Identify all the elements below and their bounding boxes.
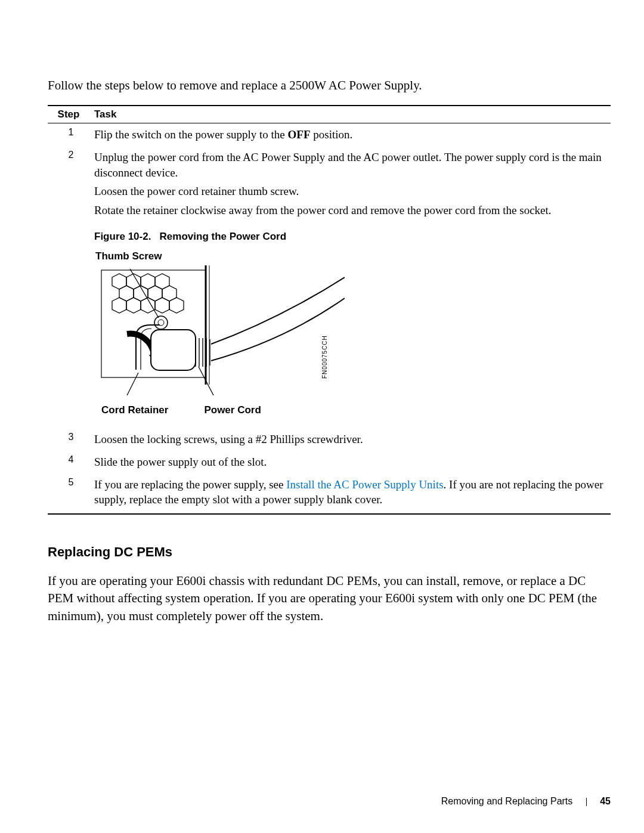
task-subtext: Loosen the power cord retainer thumb scr… [94,184,611,199]
footer-chapter: Removing and Replacing Parts [441,796,573,806]
footer-page-number: 45 [600,796,611,806]
step-number: 3 [48,428,94,451]
step-task: Unplug the power cord from the AC Power … [94,146,611,428]
figure-label-cord-retainer: Cord Retainer [101,404,168,417]
task-text: Unplug the power cord from the AC Power … [94,150,611,180]
figure-label-thumbscrew: Thumb Screw [95,250,357,264]
step-task: Loosen the locking screws, using a #2 Ph… [94,428,611,451]
figure-caption: Figure 10-2. Removing the Power Cord [94,230,611,244]
step-task: Slide the power supply out of the slot. [94,451,611,473]
figure-title: Removing the Power Cord [160,231,287,242]
step-task: Flip the switch on the power supply to t… [94,123,611,146]
table-row: 3 Loosen the locking screws, using a #2 … [48,428,611,451]
task-text: Flip the switch on the power supply to t… [94,128,288,141]
step-number: 2 [48,146,94,428]
task-text: position. [311,128,353,141]
table-row: 2 Unplug the power cord from the AC Powe… [48,146,611,428]
steps-table: Step Task 1 Flip the switch on the power… [48,105,611,515]
task-text: If you are replacing the power supply, s… [94,478,286,491]
step-task: If you are replacing the power supply, s… [94,473,611,514]
intro-paragraph: Follow the steps below to remove and rep… [48,77,611,94]
footer-divider [586,798,587,806]
step-number: 5 [48,473,94,514]
step-number: 1 [48,123,94,146]
col-header-step: Step [48,106,94,123]
table-row: 5 If you are replacing the power supply,… [48,473,611,514]
figure-number: Figure 10-2. [94,231,151,242]
svg-rect-20 [151,330,196,370]
figure-ref-code: FN00075CCH [321,336,328,379]
figure-label-power-cord: Power Cord [204,404,261,417]
power-cord-illustration: FN00075CCH [94,265,345,402]
col-header-task: Task [94,106,611,123]
task-subtext: Rotate the retainer clockwise away from … [94,203,611,218]
table-row: 4 Slide the power supply out of the slot… [48,451,611,473]
page-footer: Removing and Replacing Parts 45 [441,796,611,807]
step-number: 4 [48,451,94,473]
figure-illustration: Thumb Screw [94,250,357,418]
document-page: Follow the steps below to remove and rep… [0,0,644,833]
svg-point-16 [154,316,168,329]
cross-ref-link[interactable]: Install the AC Power Supply Units [286,478,443,491]
table-row: 1 Flip the switch on the power supply to… [48,123,611,146]
section-body: If you are operating your E600i chassis … [48,572,611,625]
task-bold: OFF [288,128,311,141]
section-heading: Replacing DC PEMs [48,544,611,560]
